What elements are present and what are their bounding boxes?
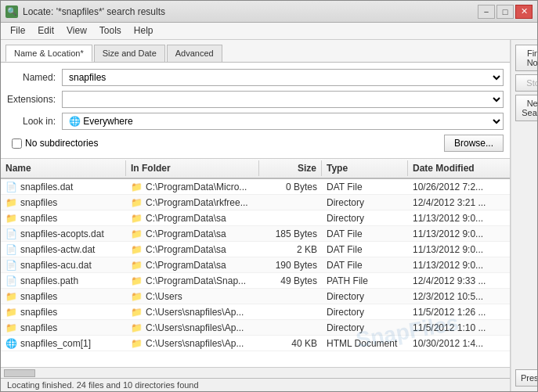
file-icon: 📄 [5,275,17,286]
cell-type: DAT File [322,258,408,272]
folder-icon: 📁 [5,322,17,333]
cell-size [259,326,322,329]
cell-size [259,295,322,298]
cell-type: DAT File [322,180,408,194]
minimize-button[interactable]: − [478,5,495,19]
stop-button[interactable]: Stop [515,74,538,92]
search-form: Named: snapfiles Extensions: [1,63,510,159]
tab-size-date[interactable]: Size and Date [94,45,165,62]
browse-button[interactable]: Browse... [444,135,504,152]
col-header-size[interactable]: Size [259,160,322,176]
cell-folder: 📁C:\Users [126,290,259,304]
menu-tools[interactable]: Tools [93,24,128,38]
results-list[interactable]: 📄snapfiles.dat 📁C:\ProgramData\Micro... … [1,179,510,367]
table-row[interactable]: 📁snapfiles 📁C:\ProgramData\rkfree... Dir… [1,195,510,210]
col-header-date[interactable]: Date Modified [408,160,510,176]
cell-type: HTML Document [322,336,408,351]
no-subdirectories-checkbox[interactable] [12,138,22,149]
cell-date: 11/13/2012 9:0... [408,211,510,225]
cell-date: 12/4/2012 3:21 ... [408,196,510,210]
cell-type: Directory [322,290,408,304]
results-area: Name In Folder Size Type Date Modified 📄… [1,159,510,378]
col-header-type[interactable]: Type [322,160,408,176]
named-label: Named: [7,72,62,83]
cell-date: 11/13/2012 9:0... [408,227,510,241]
table-row[interactable]: 📁snapfiles 📁C:\Users\snapfiles\Ap... Dir… [1,320,510,336]
table-row[interactable]: 📄snapfiles-actw.dat 📁C:\ProgramData\sa 2… [1,242,510,257]
cell-size: 190 Bytes [259,258,322,272]
cell-date: 10/26/2012 7:2... [408,180,510,194]
cell-date: 11/5/2012 1:10 ... [408,321,510,335]
window-controls: − □ ✕ [478,5,533,19]
cell-folder: 📁C:\ProgramData\sa [126,258,259,272]
cell-folder: 📁C:\Users\snapfiles\Ap... [126,321,259,335]
cell-name: 🌐snapfiles_com[1] [1,336,126,351]
col-header-name[interactable]: Name [1,160,126,176]
folder-icon: 📁 [131,338,143,349]
folder-icon: 📁 [5,213,17,224]
table-row[interactable]: 📄snapfiles-acu.dat 📁C:\ProgramData\sa 19… [1,257,510,273]
folder-icon: 📁 [131,213,143,224]
named-input[interactable]: snapfiles [62,69,504,86]
status-text: Locating finished. 24 files and 10 direc… [7,380,199,390]
cell-date: 12/3/2012 10:5... [408,290,510,304]
menu-file[interactable]: File [4,24,31,38]
folder-icon: 📁 [5,307,17,318]
cell-type: DAT File [322,243,408,257]
lookin-label: Look in: [7,116,62,127]
title-bar: 🔍 Locate: '*snapfiles*' search results −… [1,1,537,23]
cell-size [259,201,322,204]
file-icon: 📄 [5,260,17,271]
tab-name-location[interactable]: Name & Location* [5,45,92,62]
table-row[interactable]: 🌐snapfiles_com[1] 📁C:\Users\snapfiles\Ap… [1,336,510,351]
table-row[interactable]: 📄snapfiles.dat 📁C:\ProgramData\Micro... … [1,179,510,195]
menu-bar: File Edit View Tools Help [1,23,537,40]
table-row[interactable]: 📁snapfiles 📁C:\Users\snapfiles\Ap... Dir… [1,304,510,320]
cell-date: 11/5/2012 1:26 ... [408,305,510,319]
folder-icon: 📁 [131,228,143,239]
new-search-button[interactable]: New Search [515,95,538,121]
folder-icon: 📁 [131,307,143,318]
cell-folder: 📁C:\ProgramData\Micro... [126,180,259,194]
cell-date: 10/30/2012 1:4... [408,336,510,351]
folder-icon: 📁 [131,260,143,271]
html-icon: 🌐 [5,338,17,349]
menu-edit[interactable]: Edit [31,24,60,38]
table-row[interactable]: 📄snapfiles.path 📁C:\ProgramData\Snap... … [1,273,510,289]
table-row[interactable]: 📁snapfiles 📁C:\ProgramData\sa Directory … [1,210,510,226]
cell-size: 0 Bytes [259,180,322,194]
folder-icon: 📁 [131,322,143,333]
extensions-input[interactable] [62,91,504,108]
cell-size [259,311,322,314]
menu-help[interactable]: Help [128,24,160,38]
cell-folder: 📁C:\ProgramData\Snap... [126,274,259,288]
cell-size: 2 KB [259,243,322,257]
table-row[interactable]: 📁snapfiles 📁C:\Users Directory 12/3/2012… [1,289,510,304]
cell-name: 📁snapfiles [1,290,126,304]
extensions-label: Extensions: [7,94,62,105]
maximize-button[interactable]: □ [496,5,514,19]
presets-button[interactable]: Presets [515,369,538,387]
cell-folder: 📁C:\ProgramData\sa [126,243,259,257]
menu-view[interactable]: View [60,24,93,38]
cell-folder: 📁C:\ProgramData\sa [126,211,259,225]
no-subdirectories-label: No subdirectories [25,138,98,149]
window-title: Locate: '*snapfiles*' search results [23,6,165,17]
cell-name: 📄snapfiles-actw.dat [1,243,126,257]
folder-icon: 📁 [131,197,143,208]
table-row[interactable]: 📄snapfiles-acopts.dat 📁C:\ProgramData\sa… [1,226,510,242]
find-now-button[interactable]: Find Now [515,45,538,71]
tab-advanced[interactable]: Advanced [167,45,222,62]
folder-icon: 📁 [131,244,143,255]
cell-folder: 📁C:\Users\snapfiles\Ap... [126,305,259,319]
cell-type: Directory [322,211,408,225]
horizontal-scrollbar[interactable] [1,367,510,378]
folder-icon: 📁 [5,197,17,208]
col-header-folder[interactable]: In Folder [126,160,259,176]
lookin-select[interactable]: 🌐 Everywhere [62,113,504,130]
close-button[interactable]: ✕ [515,5,533,19]
folder-icon: 📁 [5,291,17,302]
cell-date: 12/4/2012 9:33 ... [408,274,510,288]
cell-name: 📁snapfiles [1,196,126,210]
cell-date: 11/13/2012 9:0... [408,258,510,272]
